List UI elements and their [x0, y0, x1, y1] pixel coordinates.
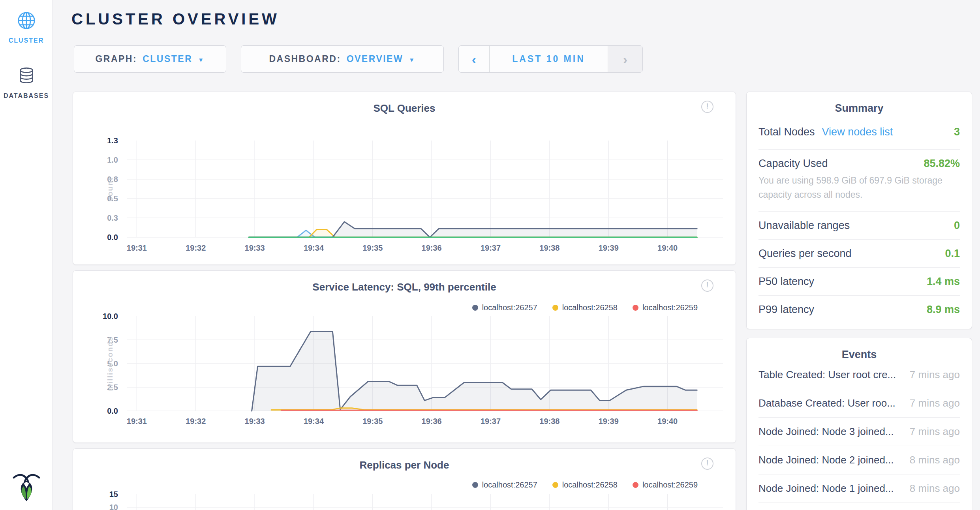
svg-text:1.0: 1.0: [107, 156, 118, 164]
summary-label: Total Nodes: [758, 126, 815, 138]
summary-row-total-nodes: Total Nodes View nodes list 3: [758, 114, 960, 150]
chevron-down-icon: ▼: [409, 56, 415, 63]
event-text: Table Created: User root cre...: [758, 369, 896, 381]
summary-row-p99-latency: P99 latency 8.9 ms: [758, 296, 960, 323]
svg-text:19:38: 19:38: [539, 244, 559, 252]
svg-text:19:40: 19:40: [657, 417, 678, 426]
time-next-button[interactable]: ›: [608, 46, 642, 72]
dropdown-value: OVERVIEW: [347, 54, 404, 64]
svg-text:19:40: 19:40: [657, 244, 678, 252]
svg-text:1.3: 1.3: [107, 136, 118, 145]
svg-text:19:39: 19:39: [599, 417, 619, 426]
svg-text:19:38: 19:38: [539, 417, 559, 426]
dropdown-label: DASHBOARD:: [269, 54, 341, 64]
svg-text:0.0: 0.0: [107, 233, 118, 242]
app-root: CLUSTER DATABASES: [0, 0, 980, 510]
time-range-label[interactable]: LAST 10 MIN: [490, 46, 608, 72]
events-panel: Events Table Created: User root cre...7 …: [746, 338, 972, 510]
svg-text:19:33: 19:33: [245, 417, 265, 426]
summary-label: P50 latency: [758, 276, 814, 288]
summary-row-unavailable-ranges: Unavailable ranges 0: [758, 212, 960, 240]
summary-row-capacity: Capacity Used 85.82% You are using 598.9…: [758, 150, 960, 212]
service-latency-chart[interactable]: 19:3119:3219:3319:3419:3519:3619:3719:38…: [73, 271, 736, 442]
dropdown-label: GRAPH:: [95, 54, 137, 64]
svg-text:19:35: 19:35: [362, 417, 383, 426]
svg-text:19:37: 19:37: [481, 244, 501, 252]
event-row: Node Joined: Node 2 joined...8 mins ago: [758, 446, 960, 474]
chart-card-replicas-per-node: Replicas per Node ! localhost:26257local…: [73, 448, 736, 510]
event-timestamp: 8 mins ago: [910, 482, 960, 495]
panel-title: Events: [747, 338, 972, 361]
svg-text:0.0: 0.0: [107, 407, 118, 415]
summary-label: Queries per second: [758, 248, 852, 260]
panel-title: Summary: [747, 92, 972, 114]
summary-panel: Summary Total Nodes View nodes list 3 Ca…: [746, 92, 972, 329]
event-timestamp: 7 mins ago: [910, 426, 960, 438]
globe-icon: [17, 11, 36, 30]
summary-value: 0: [954, 219, 960, 232]
svg-text:19:32: 19:32: [186, 244, 206, 252]
event-text: Node Joined: Node 1 joined...: [758, 482, 894, 495]
svg-text:count: count: [106, 177, 114, 201]
svg-text:19:32: 19:32: [186, 417, 206, 426]
sidebar-item-cluster[interactable]: CLUSTER: [0, 11, 53, 44]
svg-text:milliseconds: milliseconds: [106, 336, 114, 391]
summary-label: Capacity Used: [758, 158, 828, 170]
event-timestamp: 7 mins ago: [910, 397, 960, 409]
sidebar: CLUSTER DATABASES: [0, 0, 53, 510]
summary-row-queries-per-second: Queries per second 0.1: [758, 240, 960, 268]
event-text: Node Joined: Node 3 joined...: [758, 426, 894, 438]
event-row: Node Joined: Node 1 joined...8 mins ago: [758, 474, 960, 503]
page-title: CLUSTER OVERVIEW: [71, 10, 280, 28]
svg-text:19:33: 19:33: [245, 244, 265, 252]
svg-text:19:36: 19:36: [422, 417, 442, 426]
event-row: Database Created: User roo...7 mins ago: [758, 389, 960, 418]
summary-value: 3: [954, 126, 960, 138]
sidebar-item-label: CLUSTER: [9, 37, 44, 44]
svg-text:19:31: 19:31: [127, 417, 147, 426]
svg-text:19:31: 19:31: [127, 244, 147, 252]
event-row: Node Joined: Node 3 joined...7 mins ago: [758, 418, 960, 446]
event-timestamp: 7 mins ago: [910, 369, 960, 381]
svg-text:0.3: 0.3: [107, 214, 118, 222]
svg-text:19:39: 19:39: [599, 244, 619, 252]
svg-text:19:34: 19:34: [304, 244, 324, 252]
time-prev-button[interactable]: ‹: [459, 46, 490, 72]
svg-text:19:36: 19:36: [422, 244, 442, 252]
sidebar-item-databases[interactable]: DATABASES: [0, 66, 53, 99]
event-text: Database Created: User roo...: [758, 397, 896, 409]
capacity-subtext: You are using 598.9 GiB of 697.9 GiB sto…: [758, 174, 960, 202]
cockroachdb-logo-icon[interactable]: [0, 471, 53, 503]
event-text: Node Joined: Node 2 joined...: [758, 454, 894, 466]
sidebar-item-label: DATABASES: [4, 92, 49, 99]
summary-row-p50-latency: P50 latency 1.4 ms: [758, 268, 960, 296]
svg-text:15: 15: [109, 490, 118, 499]
summary-value: 85.82%: [924, 158, 960, 170]
summary-value: 1.4 ms: [927, 276, 960, 288]
svg-text:19:34: 19:34: [304, 417, 324, 426]
chevron-down-icon: ▼: [198, 56, 205, 63]
event-timestamp: 8 mins ago: [910, 454, 960, 466]
chart-card-service-latency: Service Latency: SQL, 99th percentile ! …: [73, 270, 736, 443]
event-row: Table Created: User root cre...7 mins ag…: [758, 361, 960, 389]
summary-label: P99 latency: [758, 304, 814, 316]
sql-queries-chart[interactable]: 19:3119:3219:3319:3419:3519:3619:3719:38…: [73, 92, 736, 264]
svg-text:19:37: 19:37: [481, 417, 501, 426]
graph-dropdown[interactable]: GRAPH: CLUSTER ▼: [74, 45, 226, 73]
chart-card-sql-queries: SQL Queries ! 19:3119:3219:3319:3419:351…: [73, 92, 736, 265]
dashboard-dropdown[interactable]: DASHBOARD: OVERVIEW ▼: [241, 45, 444, 73]
database-icon: [17, 66, 36, 85]
summary-label: Unavailable ranges: [758, 219, 850, 232]
svg-text:10.0: 10.0: [103, 312, 118, 321]
time-range-selector: ‹ LAST 10 MIN ›: [458, 45, 643, 73]
svg-text:10: 10: [109, 503, 118, 510]
svg-text:19:35: 19:35: [362, 244, 383, 252]
controls-bar: GRAPH: CLUSTER ▼ DASHBOARD: OVERVIEW ▼ ‹…: [74, 45, 643, 72]
dropdown-value: CLUSTER: [143, 54, 192, 64]
summary-value: 8.9 ms: [927, 304, 960, 316]
summary-value: 0.1: [945, 248, 960, 260]
view-nodes-link[interactable]: View nodes list: [822, 126, 893, 138]
replicas-per-node-chart[interactable]: 19:3119:3219:3319:3419:3519:3619:3719:38…: [73, 449, 736, 510]
